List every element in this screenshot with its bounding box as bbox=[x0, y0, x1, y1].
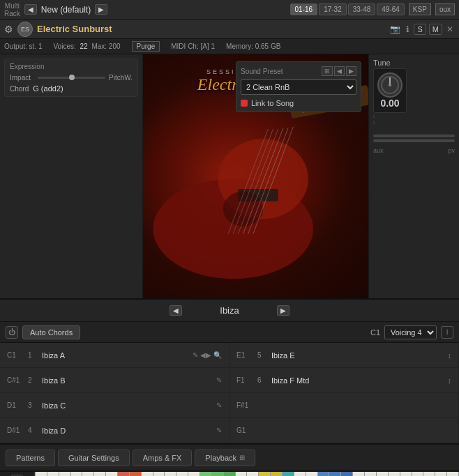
white-key-7[interactable] bbox=[106, 472, 118, 476]
white-key-34[interactable] bbox=[435, 472, 447, 476]
piano-keys[interactable] bbox=[35, 472, 459, 476]
chord-item-c1[interactable]: C1 1 Ibiza A ✎ ◀▶ 🔍 bbox=[0, 343, 230, 368]
sound-preset-panel: Sound Preset ⊞ ◀ ▶ 2 Clean RnB Link to S… bbox=[236, 61, 361, 112]
piano-section: − +2 + bbox=[0, 470, 459, 476]
segment-33-48[interactable]: 33-48 bbox=[348, 3, 376, 15]
segment-49-64[interactable]: 49-64 bbox=[377, 3, 405, 15]
white-key-5[interactable] bbox=[82, 472, 94, 476]
white-key-blue2[interactable] bbox=[329, 472, 341, 476]
auto-chords-button[interactable]: Auto Chords bbox=[22, 325, 80, 339]
ksp-button[interactable]: KSP bbox=[409, 3, 431, 15]
white-key-green2[interactable] bbox=[212, 472, 224, 476]
nav-next-button[interactable]: ▶ bbox=[277, 305, 289, 316]
piano-left-controls: − +2 + bbox=[0, 472, 35, 476]
close-button[interactable]: ✕ bbox=[445, 23, 455, 36]
impact-slider[interactable] bbox=[38, 77, 105, 79]
white-key-17[interactable] bbox=[236, 472, 248, 476]
segment-01-16[interactable]: 01-16 bbox=[290, 3, 318, 15]
guitar-settings-tab[interactable]: Guitar Settings bbox=[58, 450, 130, 466]
power-button[interactable]: ⏻ bbox=[6, 326, 18, 339]
white-key-11[interactable] bbox=[165, 472, 176, 476]
preset-copy-btn[interactable]: ⊞ bbox=[322, 66, 333, 76]
white-key-12[interactable] bbox=[176, 472, 188, 476]
white-key-33[interactable] bbox=[423, 472, 435, 476]
white-key-31[interactable] bbox=[400, 472, 412, 476]
chord-item-d1[interactable]: D1 3 Ibiza C ✎ bbox=[0, 393, 230, 418]
amps-fx-tab[interactable]: Amps & FX bbox=[133, 450, 193, 466]
white-key-9[interactable] bbox=[142, 472, 153, 476]
white-key-22[interactable] bbox=[294, 472, 306, 476]
voices-label: Voices: 22 Max: 200 bbox=[53, 43, 120, 50]
white-key-blue3[interactable] bbox=[341, 472, 353, 476]
chord-item-g1[interactable]: G1 bbox=[230, 418, 459, 443]
white-key-30[interactable] bbox=[389, 472, 400, 476]
nav-prev-button[interactable]: ◀ bbox=[170, 305, 182, 316]
white-key-10[interactable] bbox=[153, 472, 165, 476]
white-key-32[interactable] bbox=[412, 472, 424, 476]
chord-list-header: ⏻ Auto Chords C1 Voicing 4 i bbox=[0, 322, 459, 343]
camera-icon[interactable]: 📷 bbox=[389, 23, 402, 36]
chord-edit-icon-4[interactable]: ✎ bbox=[216, 427, 222, 434]
preset-next-btn[interactable]: ▶ bbox=[346, 66, 356, 76]
white-key-13[interactable] bbox=[188, 472, 200, 476]
gear-icon[interactable]: ⚙ bbox=[4, 24, 13, 35]
instrument-header-right: 📷 ℹ S M ✕ bbox=[389, 23, 455, 36]
level-bars bbox=[373, 114, 375, 125]
chord-item-f1[interactable]: F1 6 Ibiza F Mtd ↕ bbox=[230, 368, 459, 393]
aux-button[interactable]: oux bbox=[435, 3, 455, 15]
white-key-red2[interactable] bbox=[130, 472, 142, 476]
segment-17-32[interactable]: 17-32 bbox=[319, 3, 347, 15]
chord-item-ds1[interactable]: D#1 4 Ibiza D ✎ bbox=[0, 418, 230, 443]
m-button[interactable]: M bbox=[429, 24, 442, 35]
right-tune-panel: Tune 0.00 bbox=[368, 54, 459, 298]
s-button[interactable]: S bbox=[414, 24, 426, 35]
chord-nav-icon[interactable]: ◀▶ bbox=[200, 351, 211, 359]
tune-value: 0.00 bbox=[377, 98, 402, 109]
level-bar-1 bbox=[373, 114, 375, 118]
pitchw-label: PitchW. bbox=[109, 74, 133, 82]
info-icon[interactable]: ℹ bbox=[405, 23, 411, 36]
expression-title: Expression bbox=[10, 63, 133, 70]
playback-tab[interactable]: Playback ⊞ bbox=[195, 450, 255, 466]
white-key-blue1[interactable] bbox=[318, 472, 330, 476]
white-key-4[interactable] bbox=[71, 472, 83, 476]
voicing-select[interactable]: Voicing 4 bbox=[384, 325, 437, 339]
chord-search-icon[interactable]: 🔍 bbox=[213, 351, 222, 359]
white-key-3[interactable] bbox=[59, 472, 71, 476]
white-key-green3[interactable] bbox=[224, 472, 236, 476]
chord-edit-icon-2[interactable]: ✎ bbox=[216, 376, 222, 384]
white-key-6[interactable] bbox=[94, 472, 106, 476]
chord-item-e1[interactable]: E1 5 Ibiza E ↕ bbox=[230, 343, 459, 368]
white-key-2[interactable] bbox=[47, 472, 59, 476]
chord-edit-icon[interactable]: ✎ bbox=[193, 351, 198, 359]
white-key-27[interactable] bbox=[353, 472, 365, 476]
preset-arrow-right[interactable]: ▶ bbox=[95, 4, 107, 15]
sound-preset-select[interactable]: 2 Clean RnB bbox=[241, 79, 356, 95]
white-key-29[interactable] bbox=[377, 472, 389, 476]
white-key-18[interactable] bbox=[247, 472, 259, 476]
preset-prev-btn[interactable]: ◀ bbox=[334, 66, 345, 76]
chord-value: G (add2) bbox=[33, 84, 63, 93]
white-key-green1[interactable] bbox=[200, 472, 212, 476]
chord-info-button[interactable]: i bbox=[441, 326, 453, 339]
white-key-yellow2[interactable] bbox=[271, 472, 283, 476]
white-key-teal[interactable] bbox=[283, 472, 294, 476]
chord-item-c1s[interactable]: C#1 2 Ibiza B ✎ bbox=[0, 368, 230, 393]
white-key-35[interactable] bbox=[447, 472, 459, 476]
instrument-info-row: Output: st. 1 Voices: 22 Max: 200 Purge … bbox=[0, 39, 459, 54]
patterns-tab[interactable]: Patterns bbox=[6, 450, 55, 466]
white-key-28[interactable] bbox=[365, 472, 377, 476]
preset-arrow-left[interactable]: ◀ bbox=[24, 4, 37, 15]
chord-item-fs1[interactable]: F#1 bbox=[230, 393, 459, 418]
expression-section: Expression Impact PitchW. Chord G (add2) bbox=[4, 59, 138, 97]
white-key-23[interactable] bbox=[306, 472, 318, 476]
tune-section: Tune 0.00 bbox=[373, 59, 455, 125]
preset-name[interactable]: New (default) bbox=[41, 5, 91, 15]
purge-button[interactable]: Purge bbox=[132, 41, 160, 52]
white-key-1[interactable] bbox=[35, 472, 47, 476]
link-to-song-btn[interactable]: Link to Song bbox=[241, 99, 356, 107]
white-key-red[interactable] bbox=[118, 472, 130, 476]
white-key-yellow[interactable] bbox=[259, 472, 271, 476]
link-dot bbox=[241, 100, 248, 107]
chord-edit-icon-3[interactable]: ✎ bbox=[216, 401, 222, 409]
